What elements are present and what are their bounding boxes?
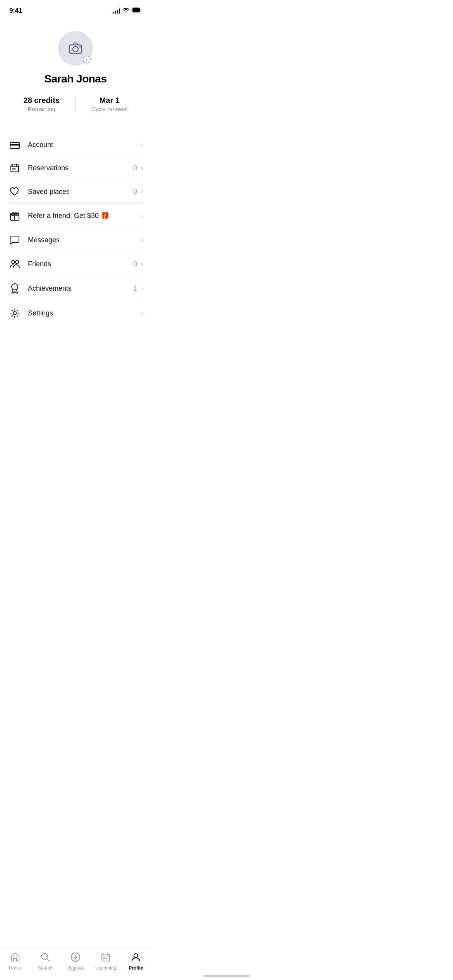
achievements-label: Achievements bbox=[28, 284, 133, 293]
gift-icon bbox=[8, 211, 22, 221]
menu-list: Account › Reservations 0 › bbox=[0, 134, 151, 325]
chevron-right-icon: › bbox=[141, 164, 143, 172]
settings-label: Settings bbox=[28, 309, 141, 317]
credits-label: Remaining bbox=[27, 106, 55, 112]
status-bar: 9:41 bbox=[0, 0, 151, 19]
credits-row: 28 credits Remaining Mar 1 Cycle renewal bbox=[8, 96, 143, 112]
svg-rect-8 bbox=[12, 168, 14, 170]
credits-item: 28 credits Remaining bbox=[8, 96, 76, 112]
renewal-value: Mar 1 bbox=[100, 96, 120, 105]
svg-rect-6 bbox=[10, 144, 19, 146]
signal-icon bbox=[113, 8, 120, 14]
menu-item-saved[interactable]: Saved places 0 › bbox=[8, 180, 143, 204]
svg-point-13 bbox=[15, 260, 19, 264]
achievement-icon bbox=[8, 283, 22, 294]
add-photo-button[interactable]: + bbox=[83, 56, 91, 63]
wifi-icon bbox=[122, 7, 129, 14]
renewal-item: Mar 1 Cycle renewal bbox=[76, 96, 144, 112]
chevron-right-icon: › bbox=[141, 309, 143, 317]
renewal-label: Cycle renewal bbox=[91, 106, 128, 112]
menu-item-achievements[interactable]: Achievements 1 › bbox=[8, 276, 143, 301]
account-label: Account bbox=[28, 141, 141, 149]
menu-item-refer[interactable]: Refer a friend, Get $30 🎁 › bbox=[8, 204, 143, 228]
reservations-label: Reservations bbox=[28, 164, 133, 172]
battery-icon bbox=[132, 7, 142, 14]
profile-header: + Sarah Jonas 28 credits Remaining Mar 1… bbox=[0, 19, 151, 134]
avatar[interactable]: + bbox=[58, 31, 93, 66]
messages-label: Messages bbox=[28, 236, 141, 244]
svg-point-12 bbox=[12, 260, 15, 264]
message-icon bbox=[8, 235, 22, 245]
chevron-right-icon: › bbox=[141, 212, 143, 220]
menu-item-messages[interactable]: Messages › bbox=[8, 228, 143, 252]
svg-point-15 bbox=[13, 312, 16, 315]
chevron-right-icon: › bbox=[141, 141, 143, 149]
status-time: 9:41 bbox=[9, 7, 22, 15]
camera-icon bbox=[67, 40, 84, 57]
achievements-count: 1 bbox=[133, 284, 137, 293]
menu-item-settings[interactable]: Settings › bbox=[8, 301, 143, 325]
credit-card-icon bbox=[8, 141, 22, 149]
calendar-icon bbox=[8, 163, 22, 173]
svg-rect-1 bbox=[132, 8, 140, 12]
menu-item-reservations[interactable]: Reservations 0 › bbox=[8, 156, 143, 180]
credits-value: 28 credits bbox=[24, 96, 60, 105]
chevron-right-icon: › bbox=[141, 236, 143, 244]
chevron-right-icon: › bbox=[141, 188, 143, 196]
friends-label: Friends bbox=[28, 260, 133, 268]
heart-icon bbox=[8, 187, 22, 196]
saved-count: 0 bbox=[133, 188, 137, 196]
svg-point-3 bbox=[73, 46, 78, 52]
user-name: Sarah Jonas bbox=[44, 73, 106, 85]
menu-item-account[interactable]: Account › bbox=[8, 134, 143, 156]
menu-item-friends[interactable]: Friends 0 › bbox=[8, 252, 143, 276]
friends-icon bbox=[8, 259, 22, 269]
reservations-count: 0 bbox=[133, 164, 137, 172]
friends-count: 0 bbox=[133, 260, 137, 268]
status-icons bbox=[113, 7, 142, 14]
svg-rect-9 bbox=[14, 168, 15, 170]
svg-point-4 bbox=[79, 46, 81, 48]
svg-point-14 bbox=[12, 284, 18, 290]
settings-icon bbox=[8, 308, 22, 318]
chevron-right-icon: › bbox=[141, 284, 143, 293]
saved-label: Saved places bbox=[28, 188, 133, 196]
chevron-right-icon: › bbox=[141, 260, 143, 268]
refer-label: Refer a friend, Get $30 🎁 bbox=[28, 211, 141, 220]
